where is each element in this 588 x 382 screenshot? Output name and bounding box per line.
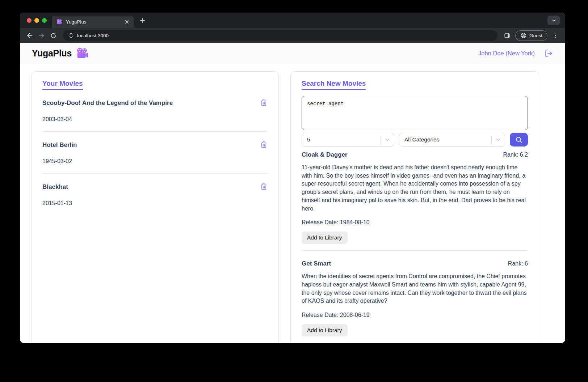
- chevron-down-icon: [381, 136, 394, 143]
- reload-button[interactable]: [47, 30, 59, 42]
- address-bar[interactable]: localhost:3000: [63, 30, 497, 41]
- logout-icon: [544, 49, 553, 58]
- back-button[interactable]: [24, 30, 35, 42]
- your-movies-panel: Your Movies Scooby-Doo! And the Legend o…: [31, 71, 279, 343]
- category-select[interactable]: All Categories: [399, 133, 505, 147]
- movie-date: 2003-03-04: [42, 116, 268, 123]
- chevron-down-icon: [492, 136, 505, 143]
- app-header: YugaPlus John Doe (: [20, 43, 565, 64]
- main-content: Your Movies Scooby-Doo! And the Legend o…: [20, 64, 565, 343]
- movie-title: Blackhat: [42, 183, 68, 191]
- results-limit-value: 5: [302, 136, 381, 143]
- forward-button[interactable]: [35, 30, 47, 42]
- movie-title: Hotel Berlin: [42, 141, 77, 149]
- fullscreen-window-button[interactable]: [42, 18, 47, 23]
- library-movie-row: Scooby-Doo! And the Legend of the Vampir…: [42, 99, 268, 132]
- user-area: John Doe (New York): [478, 49, 553, 58]
- brand: YugaPlus: [32, 47, 89, 60]
- delete-movie-button[interactable]: [260, 99, 268, 106]
- person-circle-icon: [520, 32, 527, 39]
- delete-movie-button[interactable]: [260, 141, 268, 148]
- close-window-button[interactable]: [27, 18, 32, 23]
- result-rank: Rank: 6: [508, 260, 528, 267]
- minimize-window-button[interactable]: [34, 18, 39, 23]
- trash-icon: [260, 141, 268, 148]
- tab-favicon-movie-camera-icon: [56, 19, 63, 25]
- movie-title: Scooby-Doo! And the Legend of the Vampir…: [42, 99, 173, 107]
- url-text: localhost:3000: [77, 33, 109, 38]
- user-name-link[interactable]: John Doe (New York): [478, 50, 535, 57]
- movie-camera-logo-icon: [76, 47, 89, 60]
- search-button[interactable]: [510, 133, 528, 147]
- profile-guest-button[interactable]: Guest: [515, 30, 547, 41]
- add-to-library-button[interactable]: Add to Library: [302, 232, 348, 244]
- tab-search-chevron-button[interactable]: [547, 16, 560, 25]
- browser-tab[interactable]: YugaPlus: [52, 16, 134, 28]
- divider: [302, 250, 528, 251]
- library-movie-row: Blackhat 2015-01-13: [42, 183, 268, 207]
- tab-title: YugaPlus: [66, 19, 121, 25]
- search-icon: [515, 136, 523, 144]
- logout-button[interactable]: [544, 49, 553, 58]
- divider: [42, 131, 268, 132]
- search-result: Cloak & Dagger Rank: 6.2 11-year-old Dav…: [302, 151, 528, 251]
- search-movies-panel: Search New Movies secret agent 5 All Cat…: [290, 71, 539, 343]
- brand-title: YugaPlus: [32, 48, 72, 59]
- guest-label: Guest: [529, 33, 542, 38]
- movie-date: 1945-03-02: [42, 158, 268, 165]
- trash-icon: [260, 99, 268, 106]
- results-limit-select[interactable]: 5: [302, 133, 394, 147]
- category-value: All Categories: [399, 136, 491, 143]
- site-info-icon[interactable]: [68, 33, 74, 38]
- result-title: Cloak & Dagger: [302, 151, 348, 158]
- result-rank: Rank: 6.2: [503, 152, 528, 158]
- search-result: Get Smart Rank: 6 When the identities of…: [302, 260, 528, 343]
- result-release-date: Release Date: 2008-06-19: [302, 312, 528, 318]
- sidebar-toggle-button[interactable]: [501, 30, 513, 42]
- new-tab-button[interactable]: [137, 15, 147, 25]
- add-to-library-button[interactable]: Add to Library: [302, 324, 348, 336]
- trash-icon: [260, 183, 268, 190]
- browser-tab-strip: YugaPlus: [20, 13, 565, 28]
- divider: [42, 173, 268, 174]
- result-description: 11-year-old Davey's mother is dead and h…: [302, 164, 528, 213]
- result-release-date: Release Date: 1984-08-10: [302, 219, 528, 226]
- search-controls: 5 All Categories: [302, 133, 528, 147]
- browser-toolbar: localhost:3000 Guest: [20, 28, 565, 43]
- window-controls: [20, 18, 52, 23]
- movie-date: 2015-01-13: [42, 200, 268, 207]
- result-title: Get Smart: [302, 260, 331, 267]
- library-movie-row: Hotel Berlin 1945-03-02: [42, 141, 268, 174]
- search-query-input[interactable]: secret agent: [302, 96, 528, 130]
- delete-movie-button[interactable]: [260, 183, 268, 190]
- tab-close-icon[interactable]: [124, 19, 130, 25]
- result-description: When the identities of secret agents fro…: [302, 272, 528, 305]
- your-movies-heading: Your Movies: [42, 80, 83, 90]
- browser-menu-kebab-button[interactable]: [550, 30, 562, 42]
- search-movies-heading: Search New Movies: [302, 80, 366, 90]
- browser-window: YugaPlus: [20, 13, 565, 343]
